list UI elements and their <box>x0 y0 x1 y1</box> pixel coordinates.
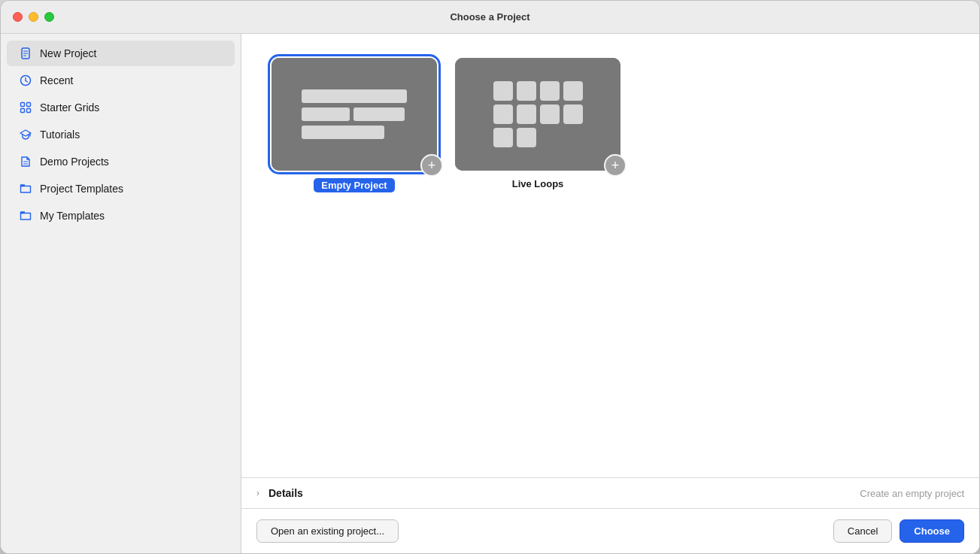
minimize-button[interactable] <box>29 12 38 22</box>
folder-project-icon <box>19 182 32 195</box>
details-row[interactable]: › Details Create an empty project <box>241 478 979 509</box>
folder-my-icon <box>19 209 32 223</box>
sidebar-item-my-templates[interactable]: My Templates <box>7 203 235 229</box>
bottom-section: › Details Create an empty project Open a… <box>241 477 979 553</box>
graduation-icon <box>19 128 32 141</box>
sidebar-item-new-project-label: New Project <box>40 47 96 59</box>
sidebar-item-tutorials-label: Tutorials <box>40 129 80 141</box>
svg-line-6 <box>26 81 28 83</box>
sidebar-item-new-project[interactable]: New Project <box>7 41 235 66</box>
project-grid: + Empty Project <box>241 34 979 477</box>
window-title: Choose a Project <box>450 11 529 23</box>
demo-doc-icon <box>19 155 32 168</box>
svg-rect-10 <box>27 109 31 113</box>
sidebar-item-demo-projects[interactable]: Demo Projects <box>7 149 235 174</box>
empty-project-thumbnail: + <box>272 58 437 171</box>
close-button[interactable] <box>13 12 23 22</box>
sidebar-item-recent[interactable]: Recent <box>7 68 235 93</box>
svg-rect-7 <box>21 103 25 107</box>
choose-button[interactable]: Choose <box>900 519 964 543</box>
maximize-button[interactable] <box>44 12 54 22</box>
sidebar-item-project-templates-label: Project Templates <box>40 183 123 195</box>
sidebar-item-demo-projects-label: Demo Projects <box>40 156 109 168</box>
cancel-button[interactable]: Cancel <box>833 519 892 543</box>
details-description: Create an empty project <box>860 488 964 499</box>
traffic-lights <box>13 12 54 22</box>
svg-marker-11 <box>20 130 31 136</box>
window-body: New Project Recent <box>1 34 979 553</box>
sidebar: New Project Recent <box>1 34 241 553</box>
sidebar-item-starter-grids-label: Starter Grids <box>40 101 99 114</box>
project-card-empty-project[interactable]: + Empty Project <box>272 58 437 192</box>
sidebar-item-my-templates-label: My Templates <box>40 210 105 222</box>
titlebar: Choose a Project <box>1 1 979 34</box>
doc-icon <box>19 47 32 60</box>
grid-icon <box>19 101 32 114</box>
live-loops-plus-badge: + <box>604 154 627 177</box>
open-existing-button[interactable]: Open an existing project... <box>256 519 399 543</box>
chevron-right-icon: › <box>256 488 259 498</box>
sidebar-item-tutorials[interactable]: Tutorials <box>7 122 235 147</box>
details-label: Details <box>269 487 303 499</box>
dialog-buttons: Cancel Choose <box>833 519 964 543</box>
live-loops-thumbnail: + <box>455 58 620 171</box>
svg-rect-9 <box>21 109 25 113</box>
svg-rect-8 <box>27 103 31 107</box>
sidebar-item-recent-label: Recent <box>40 74 73 86</box>
empty-project-plus-badge: + <box>420 154 443 177</box>
live-loops-thumb-inner <box>455 58 620 171</box>
empty-project-name: Empty Project <box>314 178 394 192</box>
live-loops-name: Live Loops <box>512 178 564 189</box>
sidebar-item-starter-grids[interactable]: Starter Grids <box>7 95 235 120</box>
window: Choose a Project New Project <box>0 0 980 554</box>
project-card-live-loops[interactable]: + Live Loops <box>455 58 620 192</box>
action-row: Open an existing project... Cancel Choos… <box>241 509 979 553</box>
main-content: + Empty Project <box>241 34 979 553</box>
sidebar-item-project-templates[interactable]: Project Templates <box>7 176 235 201</box>
empty-project-thumb-inner <box>272 58 437 171</box>
clock-icon <box>19 74 32 87</box>
